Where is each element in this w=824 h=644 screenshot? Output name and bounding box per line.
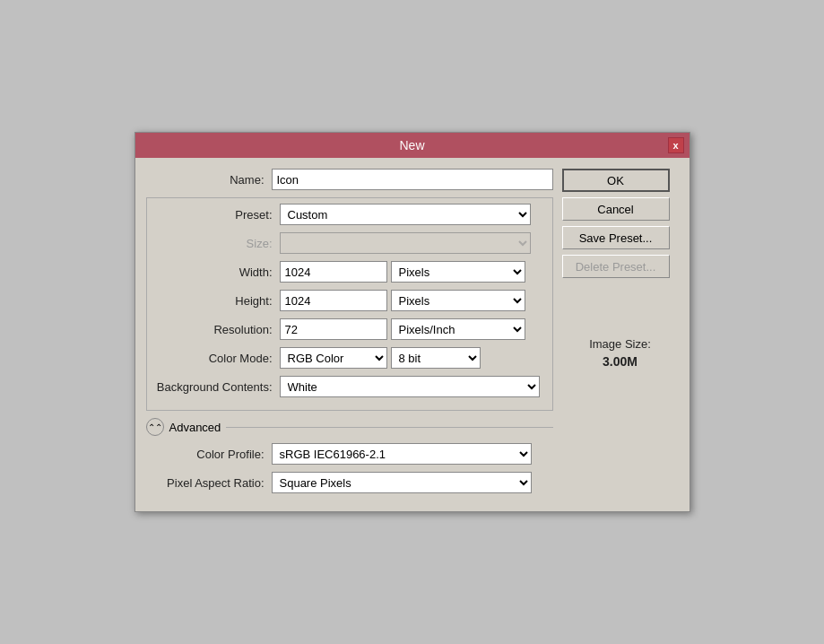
resolution-unit-select[interactable]: Pixels/Inch Pixels/Centimeter — [391, 318, 525, 340]
image-size-area: Image Size: 3.00M — [562, 337, 679, 369]
name-label: Name: — [146, 173, 272, 187]
advanced-header: ⌃⌃ Advanced — [146, 418, 553, 436]
advanced-toggle[interactable]: ⌃⌃ — [146, 418, 164, 436]
advanced-section: ⌃⌃ Advanced Color Profile: sRGB IEC61966… — [146, 418, 553, 493]
close-button[interactable]: x — [668, 137, 684, 153]
size-row: Size: — [154, 232, 545, 254]
height-label: Height: — [154, 294, 280, 308]
new-dialog: New x Name: Preset: Custom Default Ph — [134, 132, 690, 512]
height-row: Height: Pixels Inches Centimeters Millim… — [154, 290, 545, 311]
title-bar: New x — [135, 133, 690, 158]
background-row: Background Contents: White Background Co… — [154, 376, 545, 397]
bg-select[interactable]: White Background Color Transparent — [280, 376, 540, 397]
resolution-label: Resolution: — [154, 323, 280, 336]
width-input[interactable] — [280, 261, 387, 283]
preset-group-inner: Preset: Custom Default Photoshop Size US… — [154, 204, 545, 405]
preset-row: Preset: Custom Default Photoshop Size US… — [154, 204, 545, 225]
color-mode-row: Color Mode: Bitmap Grayscale RGB Color C… — [154, 347, 545, 369]
width-unit-select[interactable]: Pixels Inches Centimeters Millimeters Po… — [391, 261, 525, 283]
right-panel: OK Cancel Save Preset... Delete Preset..… — [562, 169, 679, 500]
height-input[interactable] — [280, 290, 387, 311]
bit-depth-select[interactable]: 8 bit 16 bit 32 bit — [391, 347, 481, 369]
bg-label: Background Contents: — [154, 380, 280, 394]
color-profile-select[interactable]: sRGB IEC61966-2.1 Adobe RGB (1998) ProPh… — [272, 443, 532, 465]
width-label: Width: — [154, 265, 280, 279]
color-mode-select[interactable]: Bitmap Grayscale RGB Color CMYK Color La… — [280, 347, 387, 369]
ok-button[interactable]: OK — [562, 169, 670, 192]
left-panel: Name: Preset: Custom Default Photoshop S… — [146, 169, 553, 500]
dialog-body: Name: Preset: Custom Default Photoshop S… — [135, 158, 690, 511]
pixel-aspect-label: Pixel Aspect Ratio: — [146, 476, 272, 490]
name-row: Name: — [146, 169, 553, 190]
image-size-label: Image Size: — [562, 337, 679, 351]
pixel-aspect-row: Pixel Aspect Ratio: Square Pixels D1/DV … — [146, 472, 553, 493]
preset-group: Preset: Custom Default Photoshop Size US… — [146, 197, 553, 411]
preset-select[interactable]: Custom Default Photoshop Size US Paper I… — [280, 204, 531, 225]
resolution-input[interactable] — [280, 318, 387, 340]
advanced-label: Advanced — [169, 421, 221, 434]
color-profile-row: Color Profile: sRGB IEC61966-2.1 Adobe R… — [146, 443, 553, 465]
save-preset-button[interactable]: Save Preset... — [562, 226, 670, 249]
image-size-value: 3.00M — [562, 354, 679, 369]
height-unit-select[interactable]: Pixels Inches Centimeters Millimeters Po… — [391, 290, 525, 311]
color-mode-label: Color Mode: — [154, 352, 280, 365]
size-label: Size: — [154, 237, 280, 250]
size-select[interactable] — [280, 232, 531, 254]
delete-preset-button[interactable]: Delete Preset... — [562, 255, 670, 278]
name-input[interactable] — [272, 169, 553, 190]
color-profile-label: Color Profile: — [146, 448, 272, 461]
width-row: Width: Pixels Inches Centimeters Millime… — [154, 261, 545, 283]
resolution-row: Resolution: Pixels/Inch Pixels/Centimete… — [154, 318, 545, 340]
preset-label: Preset: — [154, 208, 280, 222]
cancel-button[interactable]: Cancel — [562, 197, 670, 221]
dialog-title: New — [399, 138, 424, 152]
pixel-aspect-select[interactable]: Square Pixels D1/DV NTSC (0.9) D1/DV PAL… — [272, 472, 532, 493]
advanced-divider — [226, 427, 552, 428]
